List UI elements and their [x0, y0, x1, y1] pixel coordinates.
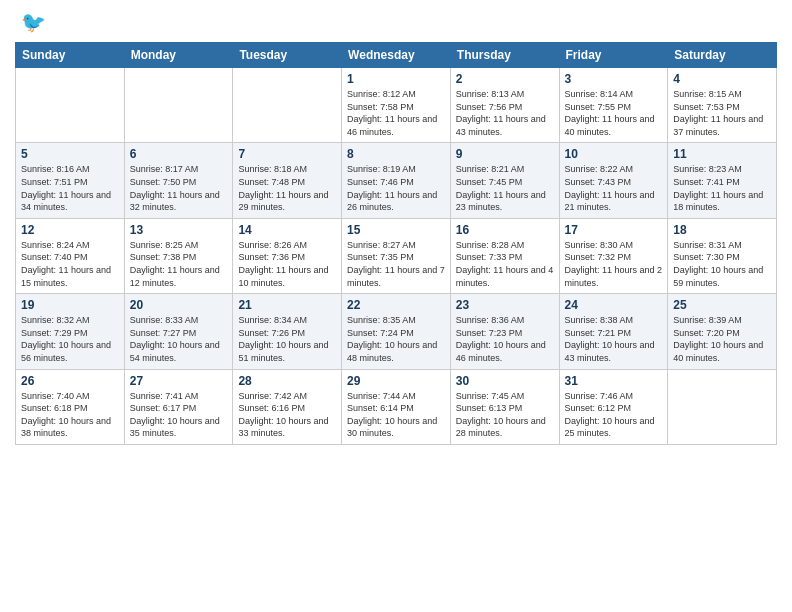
day-info: Sunrise: 8:28 AM Sunset: 7:33 PM Dayligh…	[456, 239, 554, 289]
calendar-cell: 26Sunrise: 7:40 AM Sunset: 6:18 PM Dayli…	[16, 369, 125, 444]
logo: 🐦	[15, 10, 46, 34]
header: 🐦	[15, 10, 777, 34]
day-info: Sunrise: 8:27 AM Sunset: 7:35 PM Dayligh…	[347, 239, 445, 289]
calendar-cell: 3Sunrise: 8:14 AM Sunset: 7:55 PM Daylig…	[559, 68, 668, 143]
col-header-wednesday: Wednesday	[342, 43, 451, 68]
day-number: 13	[130, 223, 228, 237]
calendar-cell: 28Sunrise: 7:42 AM Sunset: 6:16 PM Dayli…	[233, 369, 342, 444]
day-number: 1	[347, 72, 445, 86]
calendar-cell: 19Sunrise: 8:32 AM Sunset: 7:29 PM Dayli…	[16, 294, 125, 369]
calendar-cell	[233, 68, 342, 143]
day-number: 24	[565, 298, 663, 312]
calendar-header-row: SundayMondayTuesdayWednesdayThursdayFrid…	[16, 43, 777, 68]
calendar-week-0: 1Sunrise: 8:12 AM Sunset: 7:58 PM Daylig…	[16, 68, 777, 143]
day-number: 19	[21, 298, 119, 312]
day-info: Sunrise: 8:19 AM Sunset: 7:46 PM Dayligh…	[347, 163, 445, 213]
calendar-cell: 27Sunrise: 7:41 AM Sunset: 6:17 PM Dayli…	[124, 369, 233, 444]
day-info: Sunrise: 8:12 AM Sunset: 7:58 PM Dayligh…	[347, 88, 445, 138]
day-number: 23	[456, 298, 554, 312]
day-info: Sunrise: 8:35 AM Sunset: 7:24 PM Dayligh…	[347, 314, 445, 364]
col-header-saturday: Saturday	[668, 43, 777, 68]
calendar-cell: 10Sunrise: 8:22 AM Sunset: 7:43 PM Dayli…	[559, 143, 668, 218]
day-number: 16	[456, 223, 554, 237]
day-info: Sunrise: 8:13 AM Sunset: 7:56 PM Dayligh…	[456, 88, 554, 138]
day-number: 31	[565, 374, 663, 388]
day-number: 20	[130, 298, 228, 312]
calendar-week-3: 19Sunrise: 8:32 AM Sunset: 7:29 PM Dayli…	[16, 294, 777, 369]
day-number: 30	[456, 374, 554, 388]
calendar-cell: 7Sunrise: 8:18 AM Sunset: 7:48 PM Daylig…	[233, 143, 342, 218]
calendar-cell	[16, 68, 125, 143]
calendar-cell: 11Sunrise: 8:23 AM Sunset: 7:41 PM Dayli…	[668, 143, 777, 218]
calendar-cell: 14Sunrise: 8:26 AM Sunset: 7:36 PM Dayli…	[233, 218, 342, 293]
day-number: 4	[673, 72, 771, 86]
calendar-cell: 21Sunrise: 8:34 AM Sunset: 7:26 PM Dayli…	[233, 294, 342, 369]
calendar-week-1: 5Sunrise: 8:16 AM Sunset: 7:51 PM Daylig…	[16, 143, 777, 218]
calendar-cell: 30Sunrise: 7:45 AM Sunset: 6:13 PM Dayli…	[450, 369, 559, 444]
calendar-week-2: 12Sunrise: 8:24 AM Sunset: 7:40 PM Dayli…	[16, 218, 777, 293]
day-info: Sunrise: 8:26 AM Sunset: 7:36 PM Dayligh…	[238, 239, 336, 289]
calendar-cell: 6Sunrise: 8:17 AM Sunset: 7:50 PM Daylig…	[124, 143, 233, 218]
day-number: 5	[21, 147, 119, 161]
calendar-cell: 25Sunrise: 8:39 AM Sunset: 7:20 PM Dayli…	[668, 294, 777, 369]
col-header-tuesday: Tuesday	[233, 43, 342, 68]
day-number: 17	[565, 223, 663, 237]
day-info: Sunrise: 8:14 AM Sunset: 7:55 PM Dayligh…	[565, 88, 663, 138]
logo-bird-icon: 🐦	[21, 10, 46, 34]
day-info: Sunrise: 8:25 AM Sunset: 7:38 PM Dayligh…	[130, 239, 228, 289]
main-container: 🐦 SundayMondayTuesdayWednesdayThursdayFr…	[0, 0, 792, 455]
day-number: 3	[565, 72, 663, 86]
calendar-cell: 29Sunrise: 7:44 AM Sunset: 6:14 PM Dayli…	[342, 369, 451, 444]
calendar-cell	[668, 369, 777, 444]
day-number: 2	[456, 72, 554, 86]
day-info: Sunrise: 8:17 AM Sunset: 7:50 PM Dayligh…	[130, 163, 228, 213]
calendar-cell: 5Sunrise: 8:16 AM Sunset: 7:51 PM Daylig…	[16, 143, 125, 218]
day-number: 6	[130, 147, 228, 161]
calendar-cell: 16Sunrise: 8:28 AM Sunset: 7:33 PM Dayli…	[450, 218, 559, 293]
day-info: Sunrise: 8:18 AM Sunset: 7:48 PM Dayligh…	[238, 163, 336, 213]
col-header-friday: Friday	[559, 43, 668, 68]
day-info: Sunrise: 7:42 AM Sunset: 6:16 PM Dayligh…	[238, 390, 336, 440]
calendar-cell: 4Sunrise: 8:15 AM Sunset: 7:53 PM Daylig…	[668, 68, 777, 143]
calendar-cell: 9Sunrise: 8:21 AM Sunset: 7:45 PM Daylig…	[450, 143, 559, 218]
calendar-cell: 8Sunrise: 8:19 AM Sunset: 7:46 PM Daylig…	[342, 143, 451, 218]
calendar-cell: 15Sunrise: 8:27 AM Sunset: 7:35 PM Dayli…	[342, 218, 451, 293]
day-number: 27	[130, 374, 228, 388]
calendar-cell: 13Sunrise: 8:25 AM Sunset: 7:38 PM Dayli…	[124, 218, 233, 293]
col-header-monday: Monday	[124, 43, 233, 68]
day-info: Sunrise: 7:46 AM Sunset: 6:12 PM Dayligh…	[565, 390, 663, 440]
day-info: Sunrise: 8:23 AM Sunset: 7:41 PM Dayligh…	[673, 163, 771, 213]
day-info: Sunrise: 8:32 AM Sunset: 7:29 PM Dayligh…	[21, 314, 119, 364]
day-number: 10	[565, 147, 663, 161]
day-info: Sunrise: 8:39 AM Sunset: 7:20 PM Dayligh…	[673, 314, 771, 364]
day-number: 12	[21, 223, 119, 237]
day-number: 15	[347, 223, 445, 237]
calendar-cell: 22Sunrise: 8:35 AM Sunset: 7:24 PM Dayli…	[342, 294, 451, 369]
day-info: Sunrise: 7:44 AM Sunset: 6:14 PM Dayligh…	[347, 390, 445, 440]
day-info: Sunrise: 8:16 AM Sunset: 7:51 PM Dayligh…	[21, 163, 119, 213]
calendar-cell: 31Sunrise: 7:46 AM Sunset: 6:12 PM Dayli…	[559, 369, 668, 444]
day-number: 26	[21, 374, 119, 388]
day-info: Sunrise: 8:31 AM Sunset: 7:30 PM Dayligh…	[673, 239, 771, 289]
calendar-cell: 12Sunrise: 8:24 AM Sunset: 7:40 PM Dayli…	[16, 218, 125, 293]
day-info: Sunrise: 7:45 AM Sunset: 6:13 PM Dayligh…	[456, 390, 554, 440]
calendar-cell: 20Sunrise: 8:33 AM Sunset: 7:27 PM Dayli…	[124, 294, 233, 369]
calendar-cell: 24Sunrise: 8:38 AM Sunset: 7:21 PM Dayli…	[559, 294, 668, 369]
day-number: 18	[673, 223, 771, 237]
day-info: Sunrise: 8:21 AM Sunset: 7:45 PM Dayligh…	[456, 163, 554, 213]
col-header-thursday: Thursday	[450, 43, 559, 68]
day-number: 14	[238, 223, 336, 237]
calendar-week-4: 26Sunrise: 7:40 AM Sunset: 6:18 PM Dayli…	[16, 369, 777, 444]
calendar-cell: 17Sunrise: 8:30 AM Sunset: 7:32 PM Dayli…	[559, 218, 668, 293]
day-info: Sunrise: 8:24 AM Sunset: 7:40 PM Dayligh…	[21, 239, 119, 289]
calendar-cell	[124, 68, 233, 143]
calendar-cell: 23Sunrise: 8:36 AM Sunset: 7:23 PM Dayli…	[450, 294, 559, 369]
day-info: Sunrise: 8:36 AM Sunset: 7:23 PM Dayligh…	[456, 314, 554, 364]
day-number: 7	[238, 147, 336, 161]
day-number: 11	[673, 147, 771, 161]
day-number: 29	[347, 374, 445, 388]
day-info: Sunrise: 8:33 AM Sunset: 7:27 PM Dayligh…	[130, 314, 228, 364]
day-number: 28	[238, 374, 336, 388]
day-info: Sunrise: 7:40 AM Sunset: 6:18 PM Dayligh…	[21, 390, 119, 440]
day-info: Sunrise: 8:38 AM Sunset: 7:21 PM Dayligh…	[565, 314, 663, 364]
